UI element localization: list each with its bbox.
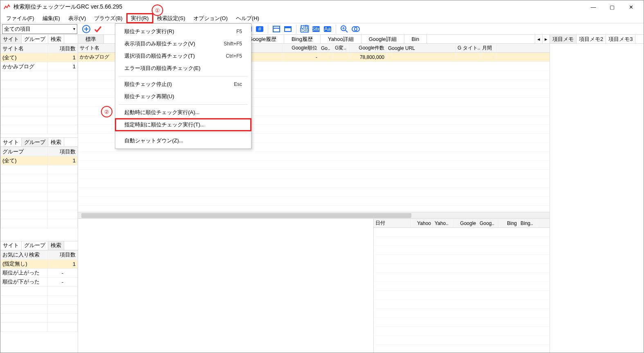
add-icon[interactable] [81,23,92,35]
tab-search[interactable]: 検索 [48,138,64,146]
tab-memo2[interactable]: 項目メモ2 [577,35,606,43]
tab-scroll-right[interactable]: ▸ [542,35,550,43]
dd-resume[interactable]: 順位チェック再開(U) [115,90,251,103]
tab-google-detail[interactable]: Google詳細 [361,35,404,43]
dd-run-check[interactable]: 順位チェック実行(R)F5 [115,25,251,38]
menu-help[interactable]: ヘルプ(H) [232,13,263,23]
tab-group[interactable]: グループ [22,138,48,146]
svg-text:Site: Site [312,26,321,32]
annotation-2: ② [101,106,112,117]
groups-grid[interactable]: グループ項目数 (全て)1 [0,147,78,241]
menu-browse[interactable]: ブラウズ(B) [90,13,126,23]
menu-edit[interactable]: 編集(E) [38,13,64,23]
tab-scroll-left[interactable]: ◂ [535,35,542,43]
dd-auto-shutdown[interactable]: 自動シャットダウン(Z)... [115,135,251,147]
onesite-icon[interactable]: 1URL1Site [299,23,310,35]
dd-separator [119,133,248,133]
menu-options[interactable]: オプション(O) [189,13,232,23]
table-row[interactable]: 順位が上がった- [1,268,78,277]
svg-rect-10 [285,27,291,28]
magnify-icon[interactable] [339,23,350,35]
dd-stop[interactable]: 順位チェック停止(I)Esc [115,78,251,90]
title-bar: 検索順位チェックツールGRC ver.5.66.295 — ▢ ✕ [0,0,644,13]
dd-recheck-errors[interactable]: エラー項目の順位再チェック(E) [115,62,251,74]
window-icon[interactable] [271,23,282,35]
tab-group[interactable]: グループ [22,241,48,250]
history-panel: 日付 Yahoo Yaho.. Google Goog.. Bing Bing.… [374,219,550,353]
app-title: 検索順位チェックツールGRC ver.5.66.295 [13,3,584,11]
tab-search[interactable]: 検索 [48,241,64,250]
tab-group[interactable]: グループ [22,35,48,43]
svg-rect-7 [273,26,280,32]
left-column: サイト グループ 検索 サイト名項目数 (全て)1 かかみブログ1 サイト グル… [0,35,78,353]
hash-box-icon[interactable]: # [254,23,265,35]
minimize-button[interactable]: — [584,0,603,13]
chevron-down-icon: ▾ [73,27,75,31]
aa-icon[interactable]: Aa [322,23,333,35]
svg-text:Aa: Aa [324,26,331,32]
site-icon[interactable]: Site [310,23,322,35]
app-icon [4,4,10,10]
dd-separator [119,76,248,76]
card-icon[interactable] [282,23,294,35]
overlap-icon[interactable] [350,23,361,35]
tab-site[interactable]: サイト [0,138,22,146]
table-row[interactable]: (全て)1 [1,156,78,165]
favorites-grid[interactable]: お気に入り検索項目数 (指定無し)1 順位が上がった- 順位が下がった- [0,250,78,353]
sites-panel: サイト グループ 検索 サイト名項目数 (全て)1 かかみブログ1 [0,35,78,138]
svg-text:#: # [258,26,261,32]
tab-search[interactable]: 検索 [48,35,64,43]
tab-bing-hist[interactable]: Bing履歴 [284,35,321,43]
favorites-panel: サイト グループ 検索 お気に入り検索項目数 (指定無し)1 順位が上がった- … [0,241,78,353]
horizontal-scrollbar[interactable] [78,212,550,218]
tab-site[interactable]: サイト [0,241,22,250]
tab-site[interactable]: サイト [0,35,22,43]
tab-bing-detail[interactable]: Bin [404,35,427,43]
detail-panel [78,219,374,353]
svg-line-19 [346,30,348,32]
dd-run-at-time[interactable]: 指定時刻に順位チェック実行(T)... [115,119,251,131]
annotation-1: ① [152,4,163,16]
dd-visible-check[interactable]: 表示項目のみ順位チェック(V)Shift+F5 [115,38,251,50]
dd-recheck-selected[interactable]: 選択項目の順位再チェック(T)Ctrl+F5 [115,50,251,62]
check-icon[interactable] [92,23,103,35]
table-row[interactable]: (全て)1 [1,53,78,62]
history-grid[interactable] [374,228,550,353]
run-menu-dropdown: 順位チェック実行(R)F5 表示項目のみ順位チェック(V)Shift+F5 選択… [115,23,251,149]
scope-value: 全ての項目 [4,25,31,33]
svg-text:1Site: 1Site [300,27,309,33]
table-row[interactable]: (指定無し)1 [1,259,78,268]
menu-bar: ファイル(F) 編集(E) 表示(V) ブラウズ(B) 実行(R) 検索設定(S… [0,13,644,23]
table-row[interactable]: かかみブログ1 [1,62,78,71]
tab-memo1[interactable]: 項目メモ [550,35,577,43]
memo-area[interactable] [550,44,644,353]
maximize-button[interactable]: ▢ [603,0,622,13]
scope-combobox[interactable]: 全ての項目 ▾ [2,24,77,34]
dd-run-on-launch[interactable]: 起動時に順位チェック実行(A)... [115,106,251,119]
menu-file[interactable]: ファイル(F) [2,13,38,23]
tab-standard[interactable]: 標準 [78,35,104,43]
close-button[interactable]: ✕ [622,0,640,13]
memo-column: 項目メモ 項目メモ2 項目メモ3 [550,35,644,353]
tab-memo3[interactable]: 項目メモ3 [606,35,635,43]
toolbar: 全ての項目 ▾ RL # 1URL1Site Site Aa [0,23,644,35]
menu-view[interactable]: 表示(V) [64,13,90,23]
dd-separator [119,104,248,105]
sites-grid[interactable]: サイト名項目数 (全て)1 かかみブログ1 [0,44,78,137]
tab-yahoo-detail[interactable]: Yahoo詳細 [321,35,361,43]
table-row[interactable]: 順位が下がった- [1,277,78,286]
groups-panel: サイト グループ 検索 グループ項目数 (全て)1 [0,138,78,241]
menu-run[interactable]: 実行(R) [127,13,153,23]
